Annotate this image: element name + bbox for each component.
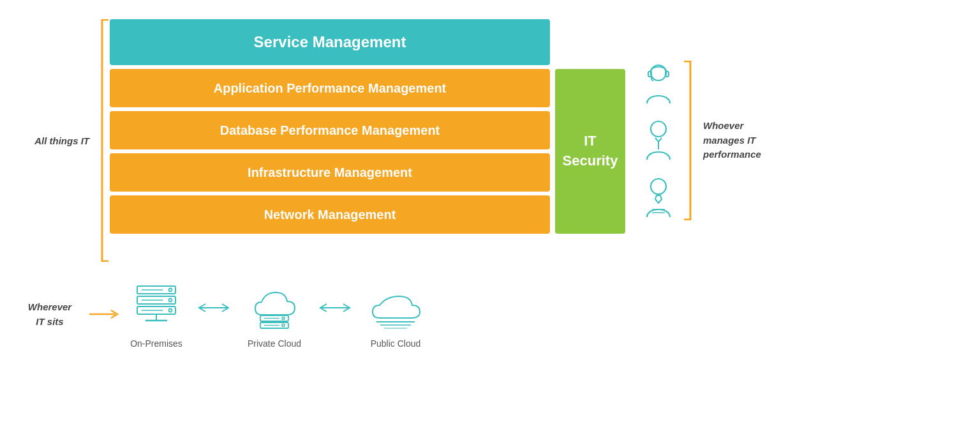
diagram-container: All things IT Service Management Applica…	[0, 0, 980, 424]
it-security-block: IT Security	[555, 69, 625, 234]
business-person-icon	[638, 117, 679, 163]
on-premises-label: On-Premises	[130, 338, 182, 349]
bottom-icons-row: On-Premises	[128, 280, 427, 349]
top-section: All things IT Service Management Applica…	[0, 19, 980, 262]
service-management-block: Service Management	[110, 19, 550, 65]
svg-rect-4	[648, 72, 651, 77]
public-cloud-label: Public Cloud	[371, 338, 421, 349]
wherever-it-sits-label: WhereverIT sits	[18, 300, 82, 329]
tie-person-icon	[638, 175, 679, 221]
private-cloud-group: Private Cloud	[242, 280, 306, 349]
rows-column: Service Management Application Performan…	[110, 19, 550, 234]
svg-point-24	[169, 309, 172, 312]
wherever-arrow-icon	[89, 309, 120, 319]
bottom-section: WhereverIT sits	[0, 280, 980, 349]
on-premises-group: On-Premises	[128, 280, 185, 349]
left-bracket-icon	[94, 19, 108, 262]
dpm-block: Database Performance Management	[110, 111, 550, 149]
svg-point-22	[169, 289, 172, 292]
double-arrow-2-icon	[319, 301, 351, 314]
svg-point-34	[282, 324, 285, 327]
svg-point-10	[651, 179, 666, 194]
network-block: Network Management	[110, 195, 550, 234]
double-arrow-1-icon	[198, 301, 230, 314]
svg-point-8	[651, 121, 666, 137]
public-cloud-group: Public Cloud	[364, 280, 427, 349]
private-cloud-icon	[242, 280, 306, 331]
main-grid: Service Management Application Performan…	[110, 19, 625, 234]
headset-person-icon	[638, 60, 679, 106]
public-cloud-icon	[364, 280, 427, 331]
private-cloud-label: Private Cloud	[248, 338, 301, 349]
infra-block: Infrastructure Management	[110, 153, 550, 192]
svg-line-7	[651, 79, 653, 81]
svg-point-33	[282, 317, 285, 320]
svg-rect-5	[665, 72, 669, 77]
apm-block: Application Performance Management	[110, 69, 550, 107]
svg-point-23	[169, 299, 172, 302]
whoever-manages-label: Whoever manages IT performance	[703, 119, 773, 162]
all-things-it-label: All things IT	[19, 135, 89, 146]
right-bracket-icon	[684, 61, 698, 220]
on-premises-icon	[128, 280, 185, 331]
right-section: Whoever manages IT performance	[638, 19, 773, 262]
people-icons-group	[638, 60, 679, 221]
